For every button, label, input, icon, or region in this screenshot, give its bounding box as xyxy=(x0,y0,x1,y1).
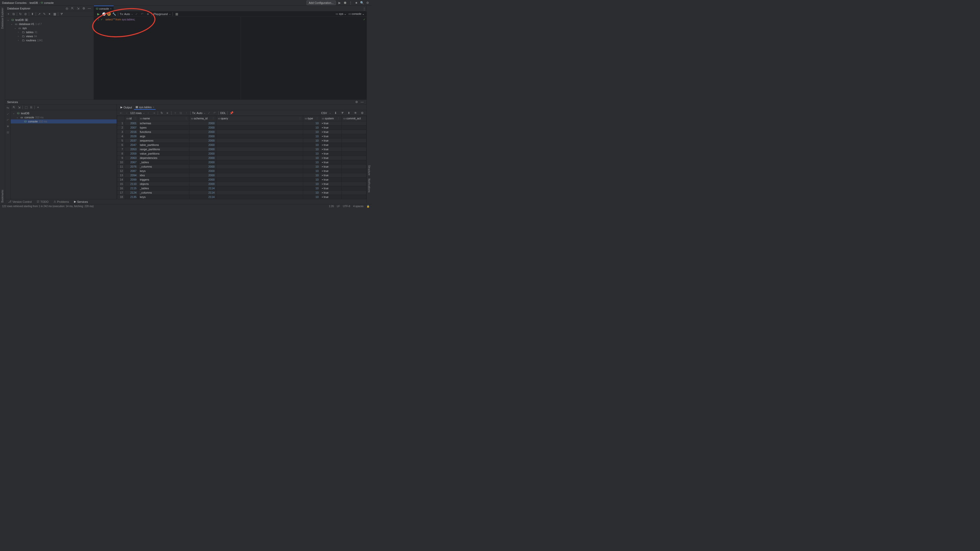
col-schema[interactable]: ▭schema_id ⋮ xyxy=(189,116,216,121)
lock-icon[interactable]: 🔒 xyxy=(366,205,369,208)
output-tab[interactable]: ▶Output xyxy=(119,105,134,110)
tree-tables[interactable]: › 🗀 tables 31 xyxy=(5,30,94,34)
filter-icon[interactable]: ⧩ xyxy=(340,111,345,115)
table-row[interactable]: 132094idxs200010• true xyxy=(117,173,366,178)
stop-icon[interactable]: ⊘ xyxy=(23,12,28,16)
table-row[interactable]: 12001schemas200010• true xyxy=(117,121,366,125)
tx-mode-dropdown[interactable]: Tx: Auto xyxy=(120,13,130,16)
grid-icon[interactable]: ⊞ xyxy=(6,130,10,135)
next-page-icon[interactable]: › xyxy=(146,111,151,115)
close-icon[interactable]: × xyxy=(153,106,154,109)
duplicate-icon[interactable]: ⧉ xyxy=(11,12,16,16)
execute-icon[interactable]: ▶ xyxy=(96,12,100,16)
eye-icon[interactable]: 👁 xyxy=(353,111,358,115)
tree-database[interactable]: ⌄ ▭ database #1 1 of 7 xyxy=(5,22,94,26)
more-icon[interactable]: ⋮ xyxy=(362,6,366,11)
table-row[interactable]: 162115_tables211410• true xyxy=(117,186,366,191)
structure-tool-tab[interactable]: Structure xyxy=(368,165,371,176)
col-query[interactable]: ▭query ⋮ xyxy=(216,116,303,121)
more-run-icon[interactable]: ⋮ xyxy=(348,1,353,5)
table-row[interactable]: 102067_tables200010• true xyxy=(117,160,366,165)
commit-icon[interactable]: ✓ xyxy=(207,111,211,115)
pin-icon[interactable]: 📌 xyxy=(229,111,234,115)
add-icon[interactable]: + xyxy=(36,105,40,110)
rollback-icon[interactable]: ↶ xyxy=(6,118,10,122)
diff-icon[interactable]: ⬍ xyxy=(30,12,35,16)
col-name[interactable]: ▭name ⋮ xyxy=(138,116,189,121)
code-editor[interactable]: 1 ✓ select * from sys.tables; ✓ xyxy=(94,17,366,100)
run-icon[interactable]: ▶ xyxy=(337,1,342,5)
rollback-icon[interactable]: ↶ xyxy=(140,12,145,16)
breadcrumb-console[interactable]: console xyxy=(44,1,54,4)
col-id[interactable]: ▭id ⋮ xyxy=(125,116,138,121)
bookmarks-tool-tab[interactable]: Bookmarks xyxy=(1,190,4,203)
minimize-icon[interactable]: — xyxy=(87,6,92,11)
schema-selector[interactable]: ▭ sys ⌄ xyxy=(336,12,346,16)
tx-mode-dropdown[interactable]: Tx: Auto xyxy=(192,111,202,114)
prev-page-icon[interactable]: ‹ xyxy=(124,111,129,115)
history-icon[interactable]: 🕓 xyxy=(102,12,106,16)
table-row[interactable]: 62047table_partitions200010• true xyxy=(117,143,366,147)
table-row[interactable]: 112076_columns200010• true xyxy=(117,165,366,169)
table-row[interactable]: 22007types200010• true xyxy=(117,125,366,130)
table-row[interactable]: 172124_columns211410• true xyxy=(117,191,366,195)
collapse-icon[interactable]: ⇲ xyxy=(76,6,80,11)
table-row[interactable]: 182135keys211410• true xyxy=(117,195,366,199)
col-type[interactable]: ▭type ⋮ xyxy=(303,116,320,121)
pin-icon[interactable]: ⎘ xyxy=(29,105,33,110)
jump-icon[interactable]: ↗ xyxy=(37,12,41,16)
table-row[interactable]: 82059value_partitions200010• true xyxy=(117,151,366,156)
table-row[interactable]: 32016functions200010• true xyxy=(117,130,366,134)
vcs-tab[interactable]: ⎇Version Control xyxy=(6,200,34,204)
pin-icon[interactable]: ✦ xyxy=(47,12,52,16)
col-system[interactable]: ▭system ⋮ xyxy=(320,116,342,121)
explain-plan-icon[interactable]: P xyxy=(107,12,111,16)
first-page-icon[interactable]: ⇤ xyxy=(119,111,124,115)
stop-icon[interactable]: ■ xyxy=(6,124,10,129)
todo-tab[interactable]: ☑TODO xyxy=(35,200,51,204)
download-icon[interactable]: ⬇ xyxy=(333,111,338,115)
search-icon[interactable]: 🔍 xyxy=(360,1,364,5)
table-row[interactable]: 152110objects200010• true xyxy=(117,182,366,186)
last-page-icon[interactable]: ⇥ xyxy=(151,111,156,115)
tree-routines[interactable]: › 🗀 routines 1341 xyxy=(5,38,94,42)
breadcrumb-root[interactable]: Database Consoles xyxy=(2,1,27,4)
debug-icon[interactable]: ⬢ xyxy=(343,1,347,5)
rollback-icon[interactable]: ↶ xyxy=(212,111,217,115)
wrench-icon[interactable]: 🔧 xyxy=(112,12,116,16)
commit-icon[interactable]: ✓ xyxy=(6,112,10,116)
tree-schema[interactable]: ⌄ ▭ sys xyxy=(5,26,94,30)
services-tree-db[interactable]: ⌄ ⛁ testDB xyxy=(11,111,117,115)
tree-views[interactable]: › 🗀 views 84 xyxy=(5,34,94,38)
collapse-icon[interactable]: ⇲ xyxy=(17,105,21,110)
add-configuration-button[interactable]: Add Configuration... xyxy=(307,0,336,5)
gear-icon[interactable]: ⚙ xyxy=(354,100,359,104)
breadcrumb-db[interactable]: testDB xyxy=(30,1,38,4)
cancel-icon[interactable]: ■ xyxy=(145,12,150,16)
export-format-dropdown[interactable]: CSV xyxy=(321,111,327,114)
problems-tab[interactable]: ⚠Problems xyxy=(52,200,71,204)
stop-icon[interactable]: ■ xyxy=(354,1,358,5)
sort-icon[interactable]: ⬍ xyxy=(347,111,351,115)
services-tab[interactable]: ▶Services xyxy=(72,200,90,204)
add-row-icon[interactable]: + xyxy=(173,111,178,115)
expand-icon[interactable]: ⇱ xyxy=(70,6,75,11)
col-commit[interactable]: ▭commit_act xyxy=(342,116,366,121)
refresh-icon[interactable]: ↻ xyxy=(18,12,23,16)
expand-icon[interactable]: ⇱ xyxy=(12,105,16,110)
services-tree-console-child[interactable]: ⛁ console 310 ms xyxy=(11,119,117,124)
ddl-tab[interactable]: DDL xyxy=(220,111,226,114)
add-icon[interactable]: + xyxy=(6,12,11,16)
table-row[interactable]: 122087keys200010• true xyxy=(117,169,366,173)
row-count-dropdown[interactable]: 122 rows xyxy=(130,111,142,114)
table-row[interactable]: 92063dependencies200010• true xyxy=(117,156,366,160)
systables-tab[interactable]: ▦sys.tables × xyxy=(134,105,156,110)
indent[interactable]: 4 spaces xyxy=(353,205,363,208)
commit-icon[interactable]: ✓ xyxy=(134,12,139,16)
filter-icon[interactable]: ⧩ xyxy=(59,12,64,16)
db-explorer-tool-tab[interactable]: Database Explorer xyxy=(1,8,4,29)
cursor-pos[interactable]: 1:26 xyxy=(329,205,334,208)
stop-icon[interactable]: ■ xyxy=(165,111,170,115)
encoding[interactable]: UTF-8 xyxy=(343,205,350,208)
notifications-tool-tab[interactable]: Notifications xyxy=(368,179,371,192)
